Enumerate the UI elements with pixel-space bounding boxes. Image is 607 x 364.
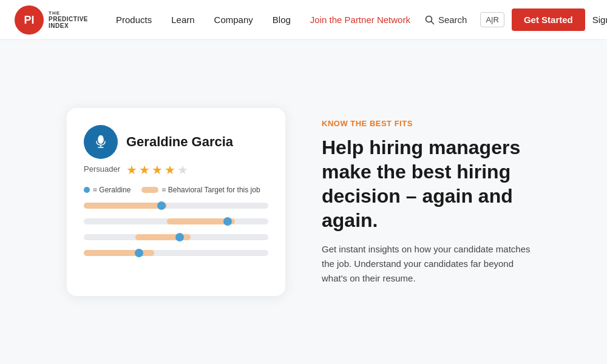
sign-in-link[interactable]: Sign in [592,15,607,25]
get-started-button[interactable]: Get Started [512,8,585,31]
bar-dot-4 [135,249,143,257]
star-5: ★ [177,163,188,177]
logo-text: THE PREDICTIVE INDEX [49,10,88,29]
main-content: Geraldine Garcia Persuader ★ ★ ★ ★ ★ = G… [0,40,607,364]
chart-legend: = Geraldine = Behavioral Target for this… [84,186,268,194]
nav-products[interactable]: Products [107,10,160,30]
bar-dot-3 [175,233,184,241]
bar-dot-2 [223,217,232,226]
search-button[interactable]: Search [419,11,473,29]
card-header: Geraldine Garcia [84,125,268,159]
bar-row-4 [84,248,268,258]
star-rating: ★ ★ ★ ★ ★ [126,163,188,177]
star-4: ★ [164,163,175,177]
logo-index: INDEX [49,22,88,29]
legend-bar-icon [141,187,158,193]
bar-row-2 [84,216,268,227]
legend-bar-label: = Behavioral Target for this job [161,186,260,194]
subtext: Get instant insights on how your candida… [322,242,540,286]
svg-rect-3 [99,135,103,144]
main-nav: Products Learn Company Blog Join the Par… [107,10,419,30]
star-2: ★ [139,163,150,177]
headline-text: Help hiring managers make the best hirin… [322,135,540,232]
microphone-icon [92,133,110,151]
legend-dot-label: = Geraldine [93,186,131,194]
bar-row-3 [84,232,268,243]
nav-company[interactable]: Company [206,10,262,30]
header: PI THE PREDICTIVE INDEX Products Learn C… [0,0,607,40]
logo-pi: PI [24,15,34,25]
person-role: Persuader [84,164,120,174]
candidate-card: Geraldine Garcia Persuader ★ ★ ★ ★ ★ = G… [67,108,285,296]
star-3: ★ [152,163,163,177]
bar-fill-4 [84,250,154,256]
avatar [84,125,118,159]
bar-row-1 [84,200,268,211]
bar-fill-1 [84,203,167,209]
person-info: Geraldine Garcia [126,134,233,150]
lang-label: A|R [486,15,498,24]
search-label: Search [438,15,467,25]
header-right: Search A|R Get Started Sign in [419,8,607,31]
logo-predictive: PREDICTIVE [49,16,88,22]
svg-line-1 [431,21,433,24]
star-1: ★ [126,163,137,177]
legend-target: = Behavioral Target for this job [141,186,260,194]
nav-blog[interactable]: Blog [264,10,299,30]
bar-dot-1 [157,201,166,210]
language-toggle[interactable]: A|R [480,12,504,27]
person-name: Geraldine Garcia [126,134,233,150]
nav-learn[interactable]: Learn [163,10,203,30]
logo-circle: PI [15,5,44,35]
behavior-bars [84,200,268,258]
nav-partner[interactable]: Join the Partner Network [302,10,419,30]
search-icon [425,15,435,25]
eyebrow-text: KNOW THE BEST FITS [322,119,540,128]
legend-geraldine: = Geraldine [84,186,131,194]
right-content: KNOW THE BEST FITS Help hiring managers … [322,119,540,286]
logo-the: THE [49,10,88,16]
legend-dot-icon [84,187,90,193]
logo[interactable]: PI THE PREDICTIVE INDEX [15,5,88,35]
